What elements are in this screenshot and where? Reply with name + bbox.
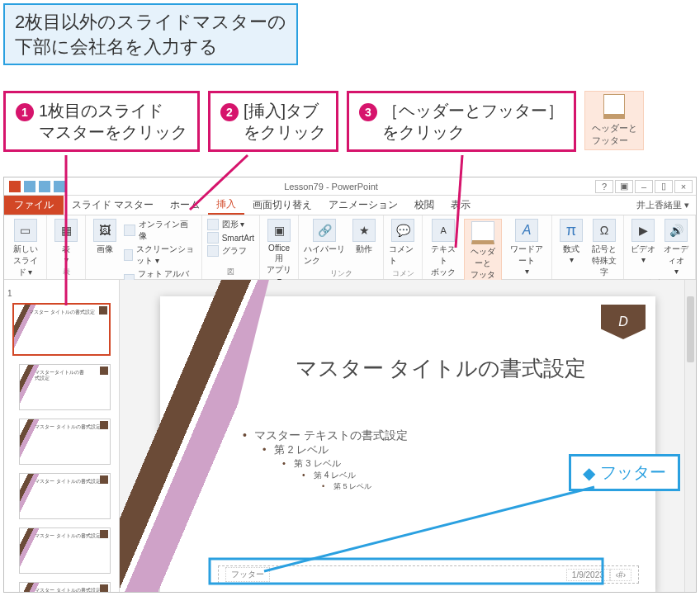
layout-thumb[interactable]: マスター タイトルの書式設定 (19, 419, 111, 465)
body-placeholder[interactable]: マスター テキストの書式設定 第 2 レベル 第 3 レベル 第 4 レベル 第… (243, 428, 622, 492)
hf-icon-line2: フッター (592, 135, 637, 147)
shapes-button[interactable]: 図形 ▾ (207, 219, 254, 230)
footer-date-placeholder[interactable]: 1/9/2023 (566, 569, 610, 581)
redo-icon[interactable] (54, 181, 65, 192)
ribbon-group-symbol: π 数式 ▾ Ω 記号と 特殊文字 記号と特殊文字 (552, 215, 624, 279)
table-button[interactable]: ▦ 表 ▾ (52, 219, 80, 264)
powerpoint-window: Lesson79 - PowerPoint ? ▣ – ▯ × ファイル スライ… (3, 177, 697, 593)
footer-placeholder-row[interactable]: フッター 1/9/2023 ‹#› (218, 565, 639, 584)
new-slide-button[interactable]: ▭ 新しい スライド ▾ (9, 219, 41, 278)
video-icon: ▶ (631, 219, 655, 242)
tab-home[interactable]: ホーム (162, 196, 208, 215)
app-icon (9, 181, 21, 192)
audio-button[interactable]: 🔊 オーディオ ▾ (662, 219, 690, 276)
callout-3-num: 3 (359, 103, 377, 121)
smartart-button[interactable]: SmartArt (207, 232, 254, 244)
slide-canvas[interactable]: D マスター タイトルの書式設定 マスター テキストの書式設定 第 2 レベル … (160, 296, 655, 592)
callout-1: 1 1枚目のスライド マスターをクリック (3, 91, 200, 152)
slide-master-thumb[interactable]: マスター タイトルの書式設定 (12, 303, 111, 356)
online-image-icon (124, 225, 135, 236)
diamond-icon: ◆ (583, 463, 595, 483)
ribbon: ▭ 新しい スライド ▾ スライド ▦ 表 ▾ 表 🖼 画像 (4, 215, 696, 280)
smartart-icon (207, 232, 219, 244)
group-label-table: 表 (52, 267, 80, 277)
banner-line2: 下部に会社名を入力する (15, 35, 286, 59)
wordart-button[interactable]: A ワードアート ▾ (507, 219, 546, 276)
tab-slide-master[interactable]: スライド マスター (64, 196, 162, 215)
footer-callout: ◆ フッター (569, 454, 680, 491)
table-icon: ▦ (54, 219, 78, 242)
chart-button[interactable]: グラフ (207, 245, 254, 257)
callout-3-line2: をクリック (382, 121, 564, 143)
callout-3-line1: ［ヘッダーとフッター］ (382, 100, 564, 121)
callout-1-line2: マスターをクリック (39, 121, 187, 143)
callout-1-line1: 1枚目のスライド (39, 100, 187, 121)
thumb-corner-decor (99, 306, 107, 315)
callout-1-num: 1 (16, 103, 34, 121)
callout-2-num: 2 (220, 103, 239, 121)
chart-icon (207, 245, 219, 257)
online-image-button[interactable]: オンライン画像 (124, 219, 196, 242)
hyperlink-button[interactable]: 🔗 ハイパーリンク (304, 219, 345, 267)
layout-thumb[interactable]: マスタータイトルの書 式設定 (19, 364, 111, 410)
layout-thumb[interactable]: マスター タイトルの書式設定 (19, 527, 111, 574)
comment-button[interactable]: 💬 コメント (389, 219, 417, 267)
slide-corner-logo: D (601, 305, 646, 339)
ribbon-group-media: ▶ ビデオ ▾ 🔊 オーディオ ▾ メディア (624, 215, 696, 279)
title-placeholder[interactable]: マスター タイトルの書式設定 (259, 354, 622, 383)
window-buttons: ? ▣ – ▯ × (592, 180, 696, 193)
callout-2: 2 [挿入]タブ をクリック (208, 91, 338, 152)
close-button[interactable]: × (674, 180, 693, 193)
tab-transitions[interactable]: 画面切り替え (244, 196, 320, 215)
ribbon-tabs: ファイル スライド マスター ホーム 挿入 画面切り替え アニメーション 校閲 … (4, 196, 696, 215)
layout-thumb[interactable]: マスター タイトルの書式設定 (19, 582, 111, 592)
footer-text-placeholder[interactable]: フッター (225, 567, 270, 582)
body-level-1: マスター テキストの書式設定 (243, 428, 622, 443)
ribbon-group-image: 🖼 画像 オンライン画像 スクリーンショット ▾ フォト アルバム ▾ 画像 (86, 215, 202, 279)
action-icon: ★ (352, 219, 376, 242)
video-button[interactable]: ▶ ビデオ ▾ (629, 219, 657, 264)
thumbnail-pane[interactable]: 1 マスター タイトルの書式設定 マスタータイトルの書 式設定 マスター タイト… (4, 280, 120, 592)
footer-page-placeholder[interactable]: ‹#› (610, 569, 631, 581)
tab-review[interactable]: 校閲 (406, 196, 442, 215)
image-button[interactable]: 🖼 画像 (91, 219, 119, 255)
thumb-master-title: マスター タイトルの書式設定 (29, 310, 95, 315)
ribbon-group-slide: ▭ 新しい スライド ▾ スライド (4, 215, 47, 279)
wordart-icon: A (515, 219, 538, 242)
slide-editor: D マスター タイトルの書式設定 マスター テキストの書式設定 第 2 レベル … (120, 280, 696, 592)
comment-icon: 💬 (391, 219, 414, 242)
image-icon: 🖼 (93, 219, 116, 242)
new-slide-icon: ▭ (14, 219, 37, 242)
layout-thumb[interactable]: マスター タイトルの書式設定 (19, 473, 111, 519)
header-footer-icon (471, 221, 494, 244)
save-icon[interactable] (24, 181, 35, 192)
action-button[interactable]: ★ 動作 (350, 219, 378, 255)
equation-button[interactable]: π 数式 ▾ (557, 219, 585, 264)
tab-view[interactable]: 表示 (442, 196, 479, 215)
symbol-button[interactable]: Ω 記号と 特殊文字 (590, 219, 618, 278)
tab-insert[interactable]: 挿入 (208, 196, 244, 215)
office-apps-button[interactable]: ▣ Office 用 アプリ ▾ (265, 219, 293, 285)
ribbon-toggle-button[interactable]: ▣ (615, 180, 633, 193)
tab-animations[interactable]: アニメーション (320, 196, 406, 215)
vertical-scrollbar[interactable] (684, 280, 696, 592)
header-footer-sample-icon: ヘッダーと フッター (584, 91, 644, 150)
maximize-button[interactable]: ▯ (655, 180, 673, 193)
callout-3: 3 ［ヘッダーとフッター］ をクリック (347, 91, 576, 152)
help-button[interactable]: ? (595, 180, 613, 193)
ribbon-group-link: 🔗 ハイパーリンク ★ 動作 リンク (299, 215, 384, 279)
ribbon-group-table: ▦ 表 ▾ 表 (47, 215, 86, 279)
instruction-banner: 2枚目以外のスライドマスターの 下部に会社名を入力する (3, 3, 298, 65)
title-bar: Lesson79 - PowerPoint ? ▣ – ▯ × (4, 177, 696, 196)
undo-icon[interactable] (39, 181, 50, 192)
workspace: 1 マスター タイトルの書式設定 マスタータイトルの書 式設定 マスター タイト… (4, 280, 696, 592)
ribbon-group-apps: ▣ Office 用 アプリ ▾ アプリ (260, 215, 299, 279)
minimize-button[interactable]: – (635, 180, 653, 193)
signed-in-user[interactable]: 井上香緒里 ▾ (630, 199, 696, 211)
hf-icon-line1: ヘッダーと (592, 122, 637, 135)
screenshot-button[interactable]: スクリーンショット ▾ (124, 244, 196, 267)
banner-line1: 2枚目以外のスライドマスターの (15, 10, 286, 35)
ribbon-group-text: A テキスト ボックス ▾ ヘッダーと フッター A ワードアート ▾ テキスト (423, 215, 552, 279)
scrollbar-handle[interactable] (687, 296, 694, 362)
file-tab[interactable]: ファイル (4, 196, 64, 215)
